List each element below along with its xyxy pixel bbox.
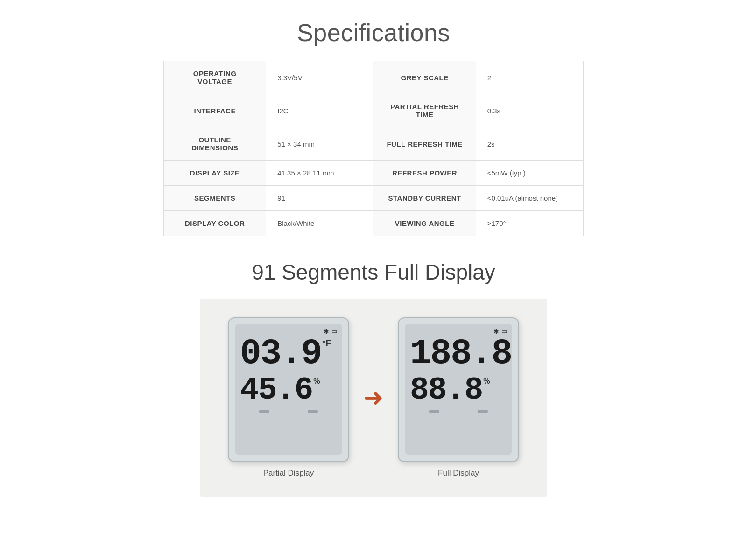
spec-value-right-1: 0.3s bbox=[476, 94, 583, 127]
spec-label-right-3: REFRESH POWER bbox=[374, 161, 476, 186]
full-display-card: ✱ ▭ 188.8 °C 88.8 % bbox=[398, 317, 519, 478]
transition-arrow-icon: ➜ bbox=[363, 385, 384, 410]
full-device-frame: ✱ ▭ 188.8 °C 88.8 % bbox=[398, 317, 519, 462]
partial-dot-left bbox=[259, 410, 269, 413]
spec-label-left-2: OUTLINE DIMENSIONS bbox=[164, 127, 266, 161]
partial-temp-row: 03.9 °F bbox=[240, 336, 337, 371]
spec-value-right-2: 2s bbox=[476, 127, 583, 161]
full-bottom-dots bbox=[410, 410, 507, 413]
spec-label-left-4: SEGMENTS bbox=[164, 186, 266, 211]
full-temp-row: 188.8 °C bbox=[410, 336, 507, 371]
spec-label-left-1: INTERFACE bbox=[164, 94, 266, 127]
partial-humid-unit: % bbox=[313, 377, 320, 385]
partial-temp-value: 03.9 bbox=[240, 336, 321, 371]
section-title: 91 Segments Full Display bbox=[252, 259, 495, 285]
spec-value-right-3: <5mW (typ.) bbox=[476, 161, 583, 186]
spec-label-left-3: DISPLAY SIZE bbox=[164, 161, 266, 186]
spec-value-left-0: 3.3V/5V bbox=[266, 61, 374, 94]
partial-device-frame: ✱ ▭ 03.9 °F 45.6 % bbox=[228, 317, 349, 462]
full-display-label: Full Display bbox=[438, 469, 479, 478]
page-title: Specifications bbox=[297, 19, 450, 47]
full-screen: ✱ ▭ 188.8 °C 88.8 % bbox=[405, 324, 512, 455]
partial-bluetooth-icon: ✱ bbox=[324, 328, 329, 335]
partial-temp-unit: °F bbox=[322, 339, 331, 349]
specs-table: OPERATING VOLTAGE 3.3V/5V GREY SCALE 2 I… bbox=[163, 61, 584, 236]
partial-screen: ✱ ▭ 03.9 °F 45.6 % bbox=[235, 324, 342, 455]
full-humid-unit: % bbox=[483, 377, 490, 385]
table-row: DISPLAY SIZE 41.35 × 28.11 mm REFRESH PO… bbox=[164, 161, 584, 186]
full-humid-row: 88.8 % bbox=[410, 374, 507, 406]
spec-value-right-5: >170° bbox=[476, 211, 583, 236]
spec-label-right-1: PARTIAL REFRESH TIME bbox=[374, 94, 476, 127]
spec-value-left-4: 91 bbox=[266, 186, 374, 211]
full-dot-left bbox=[429, 410, 439, 413]
spec-value-left-1: I2C bbox=[266, 94, 374, 127]
full-humid-value: 88.8 bbox=[410, 374, 482, 406]
partial-display-label: Partial Display bbox=[263, 469, 314, 478]
display-images-container: ✱ ▭ 03.9 °F 45.6 % bbox=[200, 299, 547, 497]
segments-section: 91 Segments Full Display ✱ ▭ 03.9 °F bbox=[9, 259, 738, 497]
table-row: SEGMENTS 91 STANDBY CURRENT <0.01uA (alm… bbox=[164, 186, 584, 211]
spec-value-left-3: 41.35 × 28.11 mm bbox=[266, 161, 374, 186]
spec-label-right-2: FULL REFRESH TIME bbox=[374, 127, 476, 161]
spec-label-left-5: DISPLAY COLOR bbox=[164, 211, 266, 236]
spec-label-right-0: GREY SCALE bbox=[374, 61, 476, 94]
table-row: OUTLINE DIMENSIONS 51 × 34 mm FULL REFRE… bbox=[164, 127, 584, 161]
spec-label-right-5: VIEWING ANGLE bbox=[374, 211, 476, 236]
spec-value-left-5: Black/White bbox=[266, 211, 374, 236]
spec-value-right-4: <0.01uA (almost none) bbox=[476, 186, 583, 211]
spec-label-left-0: OPERATING VOLTAGE bbox=[164, 61, 266, 94]
table-row: OPERATING VOLTAGE 3.3V/5V GREY SCALE 2 bbox=[164, 61, 584, 94]
full-temp-value: 188.8 bbox=[410, 336, 512, 371]
partial-bottom-dots bbox=[240, 410, 337, 413]
display-cards-row: ✱ ▭ 03.9 °F 45.6 % bbox=[228, 317, 519, 478]
table-row: DISPLAY COLOR Black/White VIEWING ANGLE … bbox=[164, 211, 584, 236]
partial-humid-row: 45.6 % bbox=[240, 374, 337, 406]
partial-dot-right bbox=[308, 410, 318, 413]
partial-display-card: ✱ ▭ 03.9 °F 45.6 % bbox=[228, 317, 349, 478]
partial-humid-value: 45.6 bbox=[240, 374, 312, 406]
spec-value-right-0: 2 bbox=[476, 61, 583, 94]
full-dot-right bbox=[478, 410, 488, 413]
spec-value-left-2: 51 × 34 mm bbox=[266, 127, 374, 161]
partial-battery-icon: ▭ bbox=[331, 328, 337, 335]
spec-label-right-4: STANDBY CURRENT bbox=[374, 186, 476, 211]
table-row: INTERFACE I2C PARTIAL REFRESH TIME 0.3s bbox=[164, 94, 584, 127]
